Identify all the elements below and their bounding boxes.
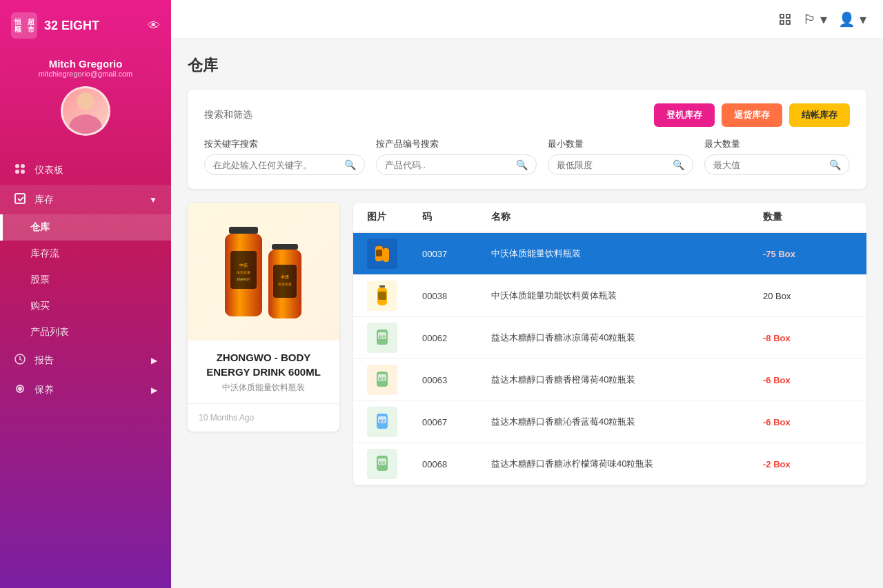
sidebar-item-dashboard[interactable]: 仪表板 [0,155,171,185]
svg-rect-7 [15,194,25,203]
svg-point-3 [15,164,19,168]
max-search-icon[interactable]: 🔍 [829,159,841,170]
sidebar-item-label: 仓库 [30,221,50,234]
row-thumb: 益达 [367,365,422,395]
table-row[interactable]: 00038 中沃体质能量功能饮料黄体瓶装 20 Box [353,275,866,317]
table-row[interactable]: 00037 中沃体质能量饮料瓶装 -75 Box [353,233,866,275]
svg-rect-26 [377,245,381,246]
row-code: 00062 [422,333,491,343]
svg-rect-20 [272,244,298,250]
user-icon[interactable]: 👤 ▾ [838,11,866,28]
chevron-right-icon: ▶ [151,356,157,365]
flag-icon[interactable]: 🏳 ▾ [803,11,828,28]
keyword-filter-group: 按关键字搜索 🔍 [204,138,365,175]
col-code: 码 [422,211,491,223]
max-filter-group: 最大数量 🔍 [704,138,850,175]
product-name-en: ZHONGWO - BODY ENERGY DRINK 600ML [199,350,328,379]
sidebar-item-warehouse[interactable]: 仓库 [0,214,171,241]
min-search-icon[interactable]: 🔍 [673,159,684,170]
product-name-cn: 中沃体质能量饮料瓶装 [199,382,328,394]
product-card: 中沃 体质能量 ENERGY 中沃 体质能量 [188,203,339,432]
sidebar-item-stocks[interactable]: 股票 [0,267,171,293]
content-area: 仓库 搜索和筛选 登机库存 退货库存 结帐库存 按关键字搜索 🔍 [171,39,883,588]
sidebar-item-maintenance[interactable]: 保养 ▶ [0,375,171,405]
row-code: 00068 [422,459,491,469]
checkout-button[interactable]: 结帐库存 [789,103,850,127]
keyword-input-wrap: 🔍 [204,154,365,175]
sidebar: 恒顺 超市 32 EIGHT 👁 Mitch Gregorio mitchieg… [0,0,171,588]
sidebar-item-inventory[interactable]: 库存 ▼ [0,185,171,214]
product-card-footer: 10 Months Ago [188,403,339,432]
row-name: 益达木糖醇口香糖冰柠檬薄荷味40粒瓶装 [491,458,763,470]
table-row[interactable]: 益达 00067 益达木糖醇口香糖沁香蓝莓40粒瓶装 -6 Box [353,401,866,443]
return-button[interactable]: 退货库存 [722,103,782,127]
sidebar-item-label: 股票 [30,274,50,286]
min-filter-group: 最小数量 🔍 [548,138,693,175]
svg-text:中沃: 中沃 [281,274,290,279]
table-row[interactable]: 益达 00062 益达木糖醇口香糖冰凉薄荷40粒瓶装 -8 Box [353,317,866,359]
row-code: 00037 [422,249,491,259]
max-input[interactable] [713,160,829,170]
keyword-label: 按关键字搜索 [204,138,365,150]
sidebar-item-label: 保养 [34,384,54,396]
col-image: 图片 [367,211,422,223]
row-thumb [367,239,422,269]
keyword-input[interactable] [213,160,344,170]
sidebar-item-label: 报告 [34,354,54,367]
username: Mitch Gregorio [49,58,123,70]
svg-text:益达: 益达 [379,376,386,381]
sidebar-item-label: 产品列表 [30,326,69,338]
min-input[interactable] [557,160,673,170]
code-input[interactable] [385,160,516,170]
row-qty: -2 Box [763,459,853,469]
main-content: 🏳 ▾ 👤 ▾ 仓库 搜索和筛选 登机库存 退货库存 结帐库存 按关键字搜索 [171,0,883,588]
row-qty: -8 Box [763,333,853,343]
row-name: 益达木糖醇口香糖香橙薄荷40粒瓶装 [491,374,763,386]
svg-rect-9 [780,14,784,18]
keyword-search-icon[interactable]: 🔍 [344,159,356,170]
min-label: 最小数量 [548,138,693,150]
product-date: 10 Months Ago [199,413,254,423]
topbar: 🏳 ▾ 👤 ▾ [171,0,883,39]
page-title: 仓库 [188,55,866,76]
code-input-wrap: 🔍 [376,154,537,175]
chevron-down-icon: ▼ [149,195,157,205]
product-card-body: ZHONGWO - BODY ENERGY DRINK 600ML 中沃体质能量… [188,341,339,403]
fullscreen-icon[interactable] [778,12,792,26]
row-thumb: 益达 [367,323,422,353]
filter-card: 搜索和筛选 登机库存 退货库存 结帐库存 按关键字搜索 🔍 按产品编号搜索 [188,90,866,189]
svg-rect-11 [780,21,784,24]
sidebar-item-purchase[interactable]: 购买 [0,293,171,319]
svg-rect-28 [376,250,382,256]
eye-icon[interactable]: 👁 [148,19,160,33]
sidebar-item-label: 库存流 [30,247,59,260]
sidebar-item-label: 购买 [30,300,50,312]
row-thumb [367,281,422,311]
table-row[interactable]: 益达 00063 益达木糖醇口香糖香橙薄荷40粒瓶装 -6 Box [353,359,866,401]
svg-text:ENERGY: ENERGY [237,278,250,281]
row-name: 益达木糖醇口香糖冰凉薄荷40粒瓶装 [491,332,763,344]
code-search-icon[interactable]: 🔍 [516,159,528,170]
table-row[interactable]: 益达 00068 益达木糖醇口香糖冰柠檬薄荷味40粒瓶装 -2 Box [353,443,866,485]
row-code: 00063 [422,375,491,385]
row-thumb: 益达 [367,449,422,479]
bottom-area: 中沃 体质能量 ENERGY 中沃 体质能量 [188,203,866,485]
sidebar-item-reports[interactable]: 报告 ▶ [0,345,171,375]
sidebar-item-product-list[interactable]: 产品列表 [0,319,171,345]
svg-text:体质能量: 体质能量 [237,270,250,274]
row-code: 00038 [422,291,491,301]
row-name: 中沃体质能量饮料瓶装 [491,247,763,260]
sidebar-nav: 仪表板 库存 ▼ 仓库 库存流 股票 购买 产品列表 [0,150,171,588]
svg-point-2 [79,94,92,106]
max-label: 最大数量 [704,138,850,150]
avatar [61,86,110,136]
code-filter-group: 按产品编号搜索 🔍 [376,138,537,175]
svg-text:益达: 益达 [379,418,386,423]
row-qty: -6 Box [763,417,853,427]
sidebar-item-stock-flow[interactable]: 库存流 [0,241,171,267]
svg-rect-31 [379,285,385,287]
onboard-button[interactable]: 登机库存 [654,103,715,127]
svg-point-4 [21,164,25,168]
row-name: 益达木糖醇口香糖沁香蓝莓40粒瓶装 [491,416,763,428]
svg-rect-13 [229,227,258,234]
